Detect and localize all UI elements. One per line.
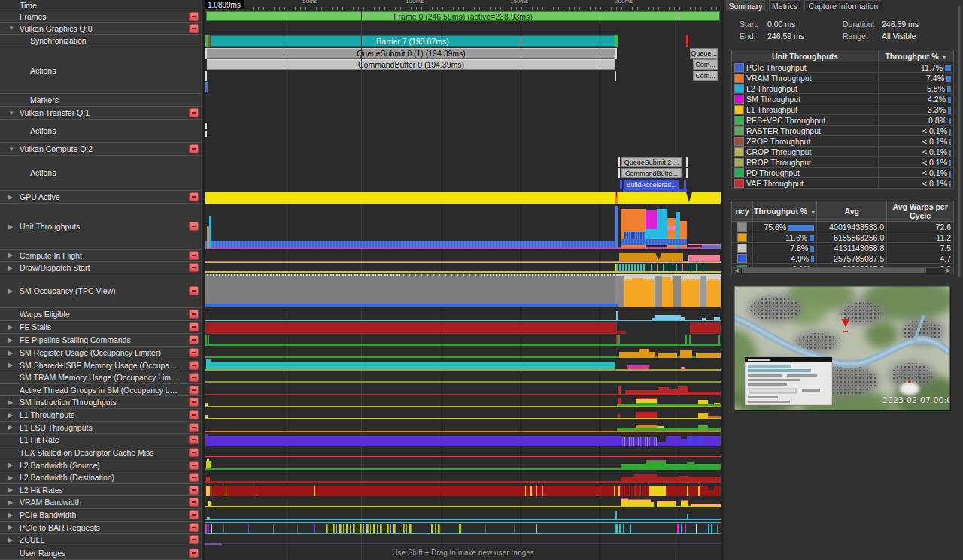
triangle-right-icon[interactable]: ▶ bbox=[8, 462, 13, 468]
sync-red-marker-right[interactable] bbox=[686, 35, 688, 47]
triangle-down-icon[interactable]: ▼ bbox=[8, 25, 14, 32]
tab-capture-information[interactable]: Capture Information bbox=[804, 0, 882, 11]
triangle-right-icon[interactable]: ▶ bbox=[8, 399, 13, 406]
remove-row-button[interactable] bbox=[189, 24, 199, 33]
compute-queue-submit-bar[interactable]: QueueSubmit 2 ... bbox=[621, 157, 682, 167]
warps-table-row[interactable]: 7.8%4131143058.87.5 bbox=[732, 243, 954, 253]
remove-row-button[interactable] bbox=[189, 322, 199, 331]
queue-submit-bar[interactable]: QueueSubmit 0 (1) (194.39ms) bbox=[207, 48, 615, 59]
timeline-canvas[interactable]: 50ms100ms150ms200ms 1.0899ms Frame 0 (24… bbox=[205, 0, 721, 560]
sidebar-item-sm-shared-isbe-memory-usage-occupancy-limit[interactable]: ▶SM Shared+ISBE Memory Usage (Occupancy … bbox=[0, 359, 202, 371]
triangle-right-icon[interactable]: ▶ bbox=[8, 486, 13, 493]
sidebar-item-pcie-bandwidth[interactable]: ▶PCIe Bandwidth bbox=[0, 509, 202, 522]
triangle-right-icon[interactable]: ▶ bbox=[8, 362, 13, 368]
triangle-right-icon[interactable]: ▶ bbox=[8, 474, 13, 481]
triangle-right-icon[interactable]: ▶ bbox=[8, 194, 13, 201]
unit-table-row[interactable]: L1 Throughput3.3% bbox=[732, 104, 954, 115]
sidebar-item-sm-instruction-throughputs[interactable]: ▶SM Instruction Throughputs bbox=[0, 396, 202, 409]
remove-row-button[interactable] bbox=[189, 473, 199, 482]
sort-desc-icon[interactable]: ▼ bbox=[810, 210, 816, 215]
warps-table-header[interactable]: Avg bbox=[817, 201, 887, 222]
sidebar-item-zcull[interactable]: ▶ZCULL bbox=[0, 534, 202, 546]
compute-command-buffer-bar[interactable]: CommandBuffe... bbox=[621, 168, 682, 178]
unit-table-row[interactable]: PES+VPC Throughput0.8% bbox=[732, 115, 954, 126]
action-truncated-bar[interactable]: Com... bbox=[693, 71, 718, 81]
remove-row-button[interactable] bbox=[189, 461, 199, 470]
remove-row-button[interactable] bbox=[189, 423, 199, 432]
tab-metrics[interactable]: Metrics bbox=[769, 0, 800, 11]
sidebar-item-l1-lsu-throughputs[interactable]: ▶L1 LSU Throughputs bbox=[0, 422, 202, 434]
triangle-right-icon[interactable]: ▶ bbox=[8, 324, 13, 331]
warps-table-header[interactable]: Avg Warps per Cycle bbox=[887, 201, 954, 222]
remove-row-button[interactable] bbox=[189, 361, 199, 370]
triangle-right-icon[interactable]: ▶ bbox=[8, 223, 13, 230]
remove-row-button[interactable] bbox=[189, 535, 199, 544]
sidebar-item-sm-register-usage-occupancy-limiter[interactable]: ▶SM Register Usage (Occupancy Limiter) bbox=[0, 347, 202, 359]
remove-row-button[interactable] bbox=[189, 523, 199, 532]
triangle-right-icon[interactable]: ▶ bbox=[8, 512, 13, 519]
command-buffer-bar[interactable]: CommandBuffer 0 (194.39ms) bbox=[207, 59, 615, 70]
sidebar-item-sm-tram-memory-usage-occupancy-limiter[interactable]: SM TRAM Memory Usage (Occupancy Limiter) bbox=[0, 371, 202, 384]
sidebar-item-frames[interactable]: Frames bbox=[0, 11, 202, 23]
unit-table-row[interactable]: VRAM Throughput7.4% bbox=[732, 73, 954, 83]
sidebar-item-compute-in-flight[interactable]: ▶Compute In Flight bbox=[0, 250, 202, 262]
remove-row-button[interactable] bbox=[189, 510, 199, 519]
triangle-right-icon[interactable]: ▶ bbox=[8, 524, 13, 531]
remove-row-button[interactable] bbox=[189, 286, 199, 295]
sidebar-item-l2-bandwidth-source[interactable]: ▶L2 Bandwidth (Source) bbox=[0, 459, 202, 471]
sidebar-item-l2-hit-rates[interactable]: ▶L2 Hit Rates bbox=[0, 484, 202, 496]
sidebar-item-vulkan-compute-q-2[interactable]: ▼Vulkan Compute Q:2 bbox=[0, 143, 202, 156]
sidebar-item-fe-stalls[interactable]: ▶FE Stalls bbox=[0, 321, 202, 334]
warps-table-row[interactable]: 75.6%40019438533.072.6 bbox=[732, 222, 954, 232]
remove-row-button[interactable] bbox=[189, 108, 199, 117]
triangle-down-icon[interactable]: ▼ bbox=[8, 110, 14, 117]
sidebar-item-active-thread-groups-in-sm-occupancy-limiter[interactable]: Active Thread Groups in SM (Occupancy Li… bbox=[0, 384, 202, 396]
remove-row-button[interactable] bbox=[189, 335, 199, 344]
remove-row-button[interactable] bbox=[189, 348, 199, 357]
command-buffer-truncated-bar[interactable]: Com... bbox=[693, 59, 718, 70]
sidebar-item-gpu-active[interactable]: ▶GPU Active bbox=[0, 191, 202, 204]
unit-table-row[interactable]: VAF Throughput< 0.1% bbox=[732, 178, 954, 189]
unit-table-row[interactable]: PD Throughput< 0.1% bbox=[732, 168, 954, 178]
scroll-right-icon[interactable]: ▶ bbox=[944, 268, 953, 274]
triangle-right-icon[interactable]: ▶ bbox=[8, 537, 13, 543]
unit-table-row[interactable]: CROP Throughput< 0.1% bbox=[732, 147, 954, 157]
remove-row-button[interactable] bbox=[189, 386, 199, 395]
triangle-right-icon[interactable]: ▶ bbox=[8, 265, 13, 271]
sidebar-item-pcie-to-bar-requests[interactable]: ▶PCIe to BAR Requests bbox=[0, 522, 202, 534]
panel-vertical-scrollbar[interactable] bbox=[958, 6, 960, 277]
triangle-right-icon[interactable]: ▶ bbox=[8, 499, 13, 506]
remove-row-button[interactable] bbox=[189, 222, 199, 231]
warps-table-header[interactable]: ncy bbox=[732, 201, 753, 222]
tab-summary[interactable]: Summary bbox=[726, 0, 765, 11]
triangle-right-icon[interactable]: ▶ bbox=[8, 350, 13, 356]
remove-row-button[interactable] bbox=[189, 398, 199, 407]
triangle-right-icon[interactable]: ▶ bbox=[8, 412, 13, 419]
time-ruler[interactable]: 50ms100ms150ms200ms bbox=[205, 0, 721, 11]
sidebar-item-sm-occupancy-tpc-view[interactable]: ▶SM Occupancy (TPC View) bbox=[0, 274, 202, 308]
remove-row-button[interactable] bbox=[189, 498, 199, 507]
sidebar-item-user-ranges[interactable]: User Ranges bbox=[0, 546, 202, 560]
sync-end-marker[interactable] bbox=[615, 35, 618, 47]
warps-table-row[interactable]: 4.9%2575785087.54.7 bbox=[732, 253, 954, 264]
warps-table-row[interactable]: 11.6%6155563256.011.2 bbox=[732, 232, 954, 243]
sidebar-item-tex-stalled-on-descriptor-cache-miss[interactable]: TEX Stalled on Descriptor Cache Miss bbox=[0, 446, 202, 459]
sidebar-item-actions[interactable]: Actions bbox=[0, 120, 202, 143]
triangle-right-icon[interactable]: ▶ bbox=[8, 252, 13, 259]
scroll-left-icon[interactable]: ◀ bbox=[732, 268, 741, 274]
unit-table-row[interactable]: SM Throughput4.2% bbox=[732, 94, 954, 104]
sidebar-item-vulkan-transfer-q-1[interactable]: ▼Vulkan Transfer Q:1 bbox=[0, 107, 202, 120]
remove-row-button[interactable] bbox=[189, 486, 199, 495]
table-horizontal-scrollbar[interactable]: ◀ ▶ bbox=[731, 267, 954, 274]
sidebar-item-vulkan-graphics-q-0[interactable]: ▼Vulkan Graphics Q:0 bbox=[0, 23, 202, 35]
triangle-right-icon[interactable]: ▶ bbox=[8, 288, 13, 295]
sidebar-item-warps-eligible[interactable]: Warps Eligible bbox=[0, 308, 202, 321]
warps-table-header[interactable]: Throughput %▼ bbox=[752, 201, 816, 222]
sidebar-item-actions[interactable]: Actions bbox=[0, 156, 202, 191]
remove-row-button[interactable] bbox=[189, 192, 199, 201]
remove-row-button[interactable] bbox=[189, 144, 199, 153]
unit-table-row[interactable]: RASTER Throughput< 0.1% bbox=[732, 126, 954, 136]
sidebar-item-l1-throughputs[interactable]: ▶L1 Throughputs bbox=[0, 409, 202, 422]
triangle-right-icon[interactable]: ▶ bbox=[8, 337, 13, 344]
unit-table-col1-header[interactable]: Unit Throughputs bbox=[732, 50, 879, 62]
